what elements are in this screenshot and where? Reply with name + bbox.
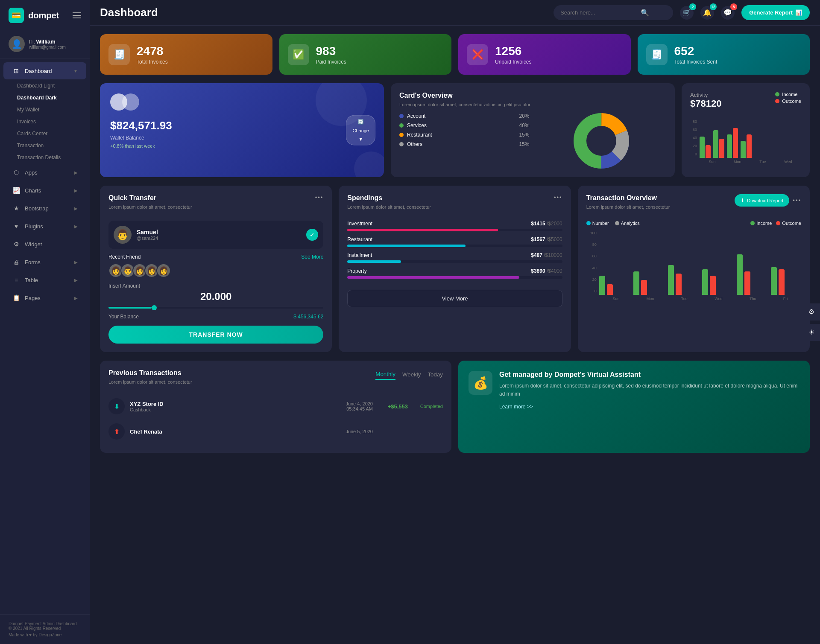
number-toggle[interactable]: Number <box>586 221 609 226</box>
theme-float-button[interactable]: ☀ <box>803 324 820 341</box>
txn-bar-tue <box>668 265 698 295</box>
chevron-right-icon: ▶ <box>74 296 78 300</box>
message-icon-badge[interactable]: 💬 8 <box>721 6 735 20</box>
income-toggle[interactable]: Income <box>750 221 772 226</box>
analytics-toggle[interactable]: Analytics <box>615 221 640 226</box>
sidebar-item-bootstrap[interactable]: ★ Bootstrap ▶ <box>3 200 86 217</box>
sidebar-footer: Dompet Payment Admin Dashboard © 2021 Al… <box>0 614 90 644</box>
spending-installment: Installment $487 /$10000 <box>347 252 562 263</box>
spendings-panel: Spendings Lorem ipsum dolor sit amet, co… <box>339 186 571 352</box>
paid-invoices-label: Paid Invoices <box>316 59 346 65</box>
sidebar-item-widget[interactable]: ⚙ Widget <box>3 236 86 253</box>
learn-more-link[interactable]: Learn more >> <box>499 404 533 410</box>
txn-income-mon <box>633 271 639 295</box>
cart-badge: 2 <box>689 3 696 10</box>
sidebar-item-dashboard[interactable]: ⊞ Dashboard ▼ <box>3 62 86 79</box>
sidebar-item-charts[interactable]: 📈 Charts ▶ <box>3 182 86 199</box>
settings-float-button[interactable]: ⚙ <box>803 303 820 321</box>
unpaid-invoices-icon: ❌ <box>467 44 488 65</box>
tab-weekly[interactable]: Weekly <box>402 369 421 380</box>
sub-item-dashboard-dark[interactable]: Dashboard Dark <box>9 92 90 104</box>
tab-today[interactable]: Today <box>428 369 443 380</box>
txn-name-1: XYZ Store ID <box>130 401 164 407</box>
txn-overview-menu[interactable]: ••• <box>793 197 801 204</box>
income-dot <box>750 221 755 225</box>
legend-services: Services 40% <box>399 122 530 128</box>
legend-restaurant: Restaurant 15% <box>399 132 530 138</box>
txn-legend: Number Analytics Income Outcome <box>586 221 801 226</box>
sidebar-header: 💳 dompet <box>0 0 90 31</box>
friend-av-5[interactable]: 👩 <box>156 263 171 278</box>
txn-overview-desc: Lorem ipsum dolor sit amet, consectetur <box>586 204 670 210</box>
transfer-now-button[interactable]: TRANSFER NOW <box>108 326 323 344</box>
view-more-button[interactable]: View More <box>347 290 562 307</box>
person-avatar: 👨 <box>114 226 132 244</box>
total-sent-icon: 🧾 <box>646 44 668 65</box>
theme-icon: ☀ <box>808 328 814 336</box>
number-dot <box>586 221 591 225</box>
see-more-link[interactable]: See More <box>301 254 323 260</box>
sub-item-transaction-details[interactable]: Transaction Details <box>9 152 90 163</box>
content-area: 🧾 2478 Total Invoices ✅ 983 Paid Invoice… <box>90 26 820 644</box>
prev-txn-desc: Lorem ipsum dolor sit amet, consectetur <box>108 379 192 385</box>
svg-point-4 <box>589 128 614 154</box>
va-icon: 💰 <box>469 371 492 395</box>
txn-bar-thu <box>737 254 767 295</box>
recent-friend-label: Recent Friend <box>108 254 141 260</box>
chart-bar-icon: 📊 <box>795 9 802 16</box>
bell-icon-badge[interactable]: 🔔 12 <box>700 6 714 20</box>
txn-status-1: Completed <box>413 404 443 409</box>
sub-item-my-wallet[interactable]: My Wallet <box>9 104 90 116</box>
pages-icon: 📋 <box>12 294 20 302</box>
change-button[interactable]: 🔄 Change ▼ <box>346 115 375 146</box>
hamburger-button[interactable] <box>73 12 81 18</box>
logo-icon: 💳 <box>9 8 24 23</box>
footer-copy: © 2021 All Rights Reserved <box>9 626 81 631</box>
sidebar-item-table[interactable]: ≡ Table ▶ <box>3 271 86 288</box>
last-row: Previous Transactions Lorem ipsum dolor … <box>100 361 810 453</box>
txn-outcome-sun <box>607 284 613 295</box>
outcome-toggle[interactable]: Outcome <box>776 221 801 226</box>
property-bar <box>347 276 519 279</box>
txn-details-1: XYZ Store ID Cashback <box>130 401 164 412</box>
sidebar-item-plugins[interactable]: ♥ Plugins ▶ <box>3 218 86 235</box>
chevron-right-icon: ▶ <box>74 206 78 211</box>
download-report-button[interactable]: ⬇ Download Report <box>735 194 789 207</box>
search-icon[interactable]: 🔍 <box>641 9 649 17</box>
spendings-menu[interactable]: ••• <box>554 194 562 201</box>
legend-others: Others 15% <box>399 141 530 147</box>
chevron-down-icon: ▼ <box>358 137 363 142</box>
restaurant-dot <box>399 133 404 137</box>
stat-card-paid-invoices: ✅ 983 Paid Invoices <box>279 34 452 75</box>
txn-details-2: Chef Renata <box>130 428 162 435</box>
sidebar-item-forms[interactable]: 🖨 Forms ▶ <box>3 254 86 271</box>
txn-amount-1: +$5,553 <box>378 403 408 410</box>
analytics-dot <box>615 221 619 225</box>
txn-date-1: June 4, 2020 05:34:45 AM <box>346 401 373 411</box>
balance-label: Your Balance <box>108 314 139 320</box>
bootstrap-icon: ★ <box>12 204 20 213</box>
amount-slider[interactable] <box>108 307 323 309</box>
sidebar-item-apps[interactable]: ⬡ Apps ▶ <box>3 164 86 181</box>
generate-report-button[interactable]: Generate Report 📊 <box>741 5 810 20</box>
sub-item-dashboard-light[interactable]: Dashboard Light <box>9 80 90 92</box>
virtual-assistant-panel: 💰 Get managed by Dompet's Virtual Assist… <box>458 361 810 453</box>
slider-handle[interactable] <box>152 305 157 310</box>
settings-icon: ⚙ <box>808 308 814 316</box>
search-input[interactable] <box>560 9 637 16</box>
quick-transfer-menu[interactable]: ••• <box>315 194 324 201</box>
chevron-down-icon: ▼ <box>73 69 78 73</box>
wallet-card: $824,571.93 Wallet Balance +0.8% than la… <box>100 83 384 177</box>
sub-item-transaction[interactable]: Transaction <box>9 140 90 152</box>
sub-item-cards-center[interactable]: Cards Center <box>9 128 90 140</box>
sidebar-item-pages[interactable]: 📋 Pages ▶ <box>3 289 86 306</box>
avatar: 👤 <box>9 36 25 52</box>
total-sent-label: Total Invoices Sent <box>674 59 718 65</box>
cart-icon-badge[interactable]: 🛒 2 <box>680 6 694 20</box>
spendings-title: Spendings <box>347 194 431 202</box>
generate-report-label: Generate Report <box>749 9 793 16</box>
transfer-btn-label: TRANSFER NOW <box>189 331 243 338</box>
tab-monthly[interactable]: Monthly <box>375 369 395 380</box>
sub-item-invoices[interactable]: Invoices <box>9 116 90 128</box>
income-bar-wed <box>741 141 746 158</box>
